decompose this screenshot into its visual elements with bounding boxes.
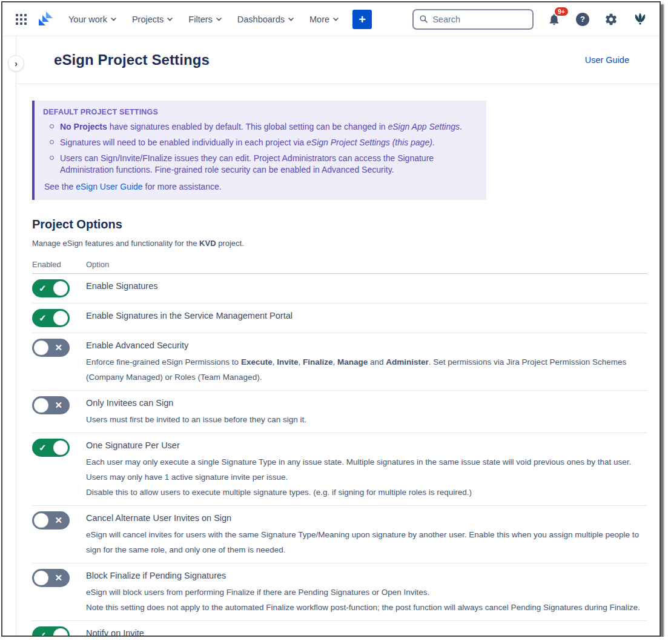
x-icon: ✕: [55, 396, 62, 414]
toggle-cancel-alternate-user-invites-on-sign[interactable]: ✕: [32, 511, 70, 529]
toggle-cell: ✕: [32, 338, 86, 357]
option-row-enable-signatures-in-the-service-management-portal: ✓Enable Signatures in the Service Manage…: [32, 304, 647, 333]
info-bullet-item: Users can Sign/Invite/FInalize issues th…: [50, 153, 475, 176]
toggle-enable-advanced-security[interactable]: ✕: [32, 339, 70, 357]
option-label: Block Finalize if Pending Signatures: [86, 571, 647, 580]
nav-your-work[interactable]: Your work: [62, 10, 123, 29]
jira-logo-icon[interactable]: [38, 10, 53, 28]
option-row-notify-on-invite: ✓Notify on InviteeSign will notify users…: [32, 621, 647, 637]
chevron-down-icon: [288, 18, 294, 21]
option-row-cancel-alternate-user-invites-on-sign: ✕Cancel Alternate User Invites on SigneS…: [32, 506, 647, 563]
text-segment: and: [368, 357, 386, 367]
bullet-circle-icon: [50, 156, 54, 160]
search-input[interactable]: [432, 15, 526, 24]
page-title: eSign Project Settings: [54, 51, 210, 68]
nav-projects[interactable]: Projects: [125, 10, 179, 29]
expand-sidebar-button[interactable]: ›: [8, 55, 24, 71]
nav-label: Dashboards: [237, 15, 285, 24]
collapsed-sidebar-rail: ›: [2, 36, 16, 637]
option-description: Each user may only execute a single Sign…: [86, 454, 647, 500]
nav-label: Projects: [132, 15, 164, 24]
toggle-block-finalize-if-pending-signatures[interactable]: ✕: [32, 569, 70, 587]
text-segment: No Projects: [60, 122, 107, 131]
help-icon[interactable]: ?: [575, 12, 590, 27]
option-description: eSign will block users from performing F…: [86, 585, 647, 615]
description-paragraph: eSign will cancel invites for users with…: [86, 527, 647, 557]
text-segment: Note this setting does not apply to the …: [86, 603, 640, 612]
option-main: One Signature Per UserEach user may only…: [86, 438, 647, 500]
default-settings-info-panel: DEFAULT PROJECT SETTINGS No Projects hav…: [32, 101, 486, 200]
x-icon: ✕: [55, 511, 62, 529]
chevron-down-icon: [111, 18, 116, 21]
description-paragraph: Enforce fine-grained eSign Permissions t…: [86, 354, 647, 385]
notifications-bell-icon[interactable]: 9+: [546, 12, 562, 27]
text-segment: eSign will block users from performing F…: [86, 588, 429, 597]
nav-label: Your work: [68, 15, 107, 24]
user-guide-link[interactable]: User Guide: [585, 55, 629, 65]
search-box[interactable]: [412, 9, 534, 30]
toggle-cell: ✓: [32, 279, 86, 297]
project-options-title: Project Options: [32, 217, 645, 231]
app-window: Your work Projects Filters Dashboards Mo…: [1, 1, 661, 637]
text-segment: Administer: [386, 357, 429, 367]
option-row-block-finalize-if-pending-signatures: ✕Block Finalize if Pending SignatureseSi…: [32, 563, 647, 621]
inline-link[interactable]: eSign User Guide: [76, 182, 143, 191]
check-icon: ✓: [39, 626, 47, 637]
check-icon: ✓: [39, 309, 47, 327]
text-segment: eSign will cancel invites for users with…: [86, 530, 639, 554]
toggle-knob: [53, 311, 68, 325]
toggle-enable-signatures-in-the-service-management-portal[interactable]: ✓: [32, 309, 70, 327]
text-segment: See the: [44, 182, 76, 191]
options-table: Enabled Option ✓Enable Signatures✓Enable…: [32, 260, 647, 637]
settings-gear-icon[interactable]: [603, 12, 619, 27]
toggle-knob: [34, 513, 48, 528]
text-segment: Finalize: [303, 357, 333, 367]
text-segment: .: [460, 122, 462, 131]
chevron-down-icon: [216, 18, 222, 21]
toggle-one-signature-per-user[interactable]: ✓: [32, 439, 70, 457]
option-row-enable-advanced-security: ✕Enable Advanced SecurityEnforce fine-gr…: [32, 333, 647, 391]
toggle-enable-signatures[interactable]: ✓: [32, 279, 70, 297]
text-segment: have signatures enabled by default. This…: [107, 122, 388, 131]
description-paragraph: Users must first be invited to an issue …: [86, 412, 647, 427]
app-switcher-icon[interactable]: [12, 10, 30, 28]
toggle-cell: ✓: [32, 438, 86, 457]
top-navigation-bar: Your work Projects Filters Dashboards Mo…: [2, 2, 660, 36]
toggle-knob: [53, 281, 68, 296]
option-description: eSign will cancel invites for users with…: [86, 527, 647, 557]
chevron-down-icon: [333, 18, 339, 21]
check-icon: ✓: [39, 439, 47, 457]
option-description: Enforce fine-grained eSign Permissions t…: [86, 354, 647, 385]
text-segment: for more assistance.: [143, 182, 222, 191]
option-main: Enable Advanced SecurityEnforce fine-gra…: [86, 338, 647, 385]
options-table-header: Enabled Option: [32, 260, 647, 274]
nav-label: Filters: [188, 15, 212, 24]
text-segment: eSign Project Settings (this page): [306, 138, 432, 147]
description-paragraph: Note this setting does not apply to the …: [86, 600, 647, 615]
toggle-knob: [34, 340, 48, 355]
bullet-text: Users can Sign/Invite/FInalize issues th…: [60, 153, 475, 176]
text-segment: ,: [332, 357, 337, 367]
toggle-only-invitees-can-sign[interactable]: ✕: [32, 396, 70, 414]
toggle-knob: [53, 440, 68, 455]
create-button[interactable]: +: [352, 10, 372, 29]
toggle-notify-on-invite[interactable]: ✓: [32, 626, 70, 637]
option-row-enable-signatures: ✓Enable Signatures: [32, 274, 647, 304]
option-main: Only Invitees can SignUsers must first b…: [86, 396, 647, 427]
nav-filters[interactable]: Filters: [182, 10, 228, 29]
x-icon: ✕: [55, 339, 62, 357]
option-main: Block Finalize if Pending SignatureseSig…: [86, 568, 647, 615]
user-avatar[interactable]: [632, 10, 649, 28]
x-icon: ✕: [55, 569, 62, 587]
info-panel-heading: DEFAULT PROJECT SETTINGS: [43, 108, 475, 116]
bullet-circle-icon: [50, 140, 54, 144]
nav-dashboards[interactable]: Dashboards: [231, 10, 300, 29]
text-segment: Enforce fine-grained eSign Permissions t…: [86, 357, 241, 367]
description-paragraph: eSign will block users from performing F…: [86, 585, 647, 600]
chevron-down-icon: [167, 18, 173, 21]
option-label: One Signature Per User: [86, 440, 647, 450]
toggle-cell: ✓: [32, 308, 86, 327]
bullet-circle-icon: [50, 124, 54, 128]
nav-right-group: 9+ ?: [412, 9, 649, 30]
nav-more[interactable]: More: [303, 10, 345, 29]
